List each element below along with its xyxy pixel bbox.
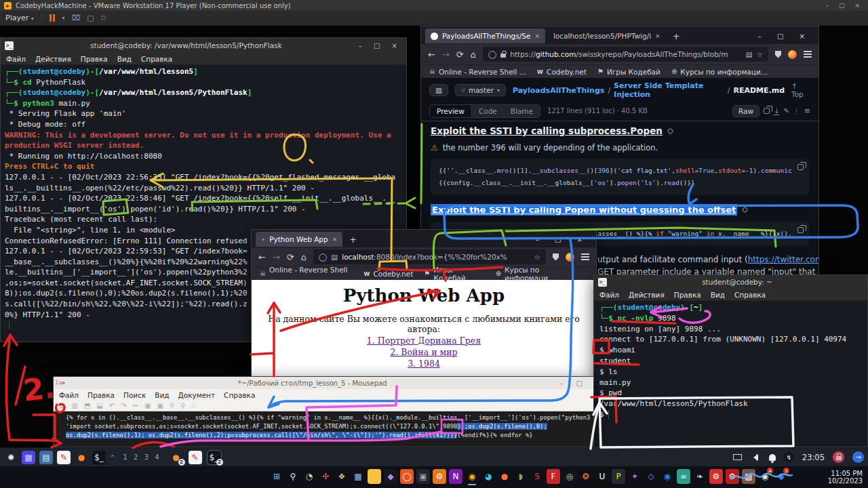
site-info-icon[interactable]: ◯: [319, 253, 327, 262]
new-tab-button[interactable]: +: [345, 235, 361, 245]
terminal-titlebar[interactable]: >_ student@codeby: /var/www/html/lesson5…: [1, 38, 406, 53]
power-manager-icon[interactable]: ↯: [784, 452, 794, 462]
suspend-button[interactable]: [50, 14, 55, 22]
top-link[interactable]: ↑ Top: [791, 82, 810, 98]
menu-icon[interactable]: [804, 54, 812, 55]
branch-select[interactable]: ⑃master▾: [455, 84, 506, 96]
toolbar-icon[interactable]: ▤: [59, 402, 65, 409]
tab-blame[interactable]: Blame: [504, 105, 540, 117]
file-explorer[interactable]: [368, 469, 381, 484]
onenote-app[interactable]: N: [449, 469, 462, 484]
menu-item[interactable]: Вид: [117, 55, 132, 63]
window-controls[interactable]: – □ ×: [536, 236, 592, 243]
menu-item[interactable]: Вид: [155, 391, 169, 399]
menu-item[interactable]: Справка: [224, 391, 255, 399]
blender-app[interactable]: ❂: [579, 469, 593, 484]
bookmark-games[interactable]: ⚑Игры Кодебай: [424, 266, 484, 282]
vmware-window-controls[interactable]: – ▢ ×: [826, 2, 864, 9]
fullscreen-icon[interactable]: ▢: [87, 14, 94, 22]
unreal-app[interactable]: U: [595, 469, 609, 484]
new-tab-button[interactable]: +: [669, 31, 684, 41]
suspend-caret[interactable]: ▾: [62, 15, 64, 21]
section-heading-popen[interactable]: Exploit the SSTI by calling Popen withou…: [431, 204, 809, 216]
chrome-profile[interactable]: ◉A: [758, 469, 772, 484]
back-icon[interactable]: ←: [258, 252, 266, 262]
copy-icon[interactable]: [764, 108, 770, 114]
mousepad-launcher[interactable]: ✎: [57, 451, 71, 464]
edit-pencil-icon[interactable]: ✎: [783, 107, 789, 115]
outline-icon[interactable]: ≡: [804, 106, 810, 115]
menu-item[interactable]: Поиск: [123, 391, 146, 399]
menu-item[interactable]: Правка: [81, 55, 108, 63]
notifications-bell-icon[interactable]: [769, 454, 776, 461]
mousepad-titlebar[interactable]: ✑ *~/Рабочий стол/tmp_lesson_5 - Mousepa…: [54, 377, 593, 389]
toolbar-icon[interactable]: ▣: [157, 402, 163, 409]
bookmark-codeby[interactable]: wCodeby.net: [363, 270, 413, 278]
windows-clock[interactable]: 11:05 PM 10/2/2023: [828, 470, 863, 485]
window-list-icon[interactable]: [733, 454, 742, 460]
logout-button[interactable]: →: [852, 451, 864, 463]
pinned-app[interactable]: ◆3: [774, 469, 788, 484]
bookmark-star-icon[interactable]: ☆: [757, 50, 763, 58]
back-icon[interactable]: ←: [428, 49, 435, 60]
tab-localhost-phptwig[interactable]: localhost/lesson5/PHPTwig/i×: [548, 28, 666, 43]
vm-box-app[interactable]: ▣: [416, 469, 430, 484]
bookmark-games[interactable]: ⚑Игры Кодебай: [597, 68, 660, 76]
gear-red-app-2[interactable]: ⚙: [726, 469, 739, 484]
chevron-up-icon[interactable]: ^: [110, 454, 115, 461]
breadcrumb-repo[interactable]: PayloadsAllTheThings: [513, 86, 604, 95]
snapseed-app[interactable]: ◗: [514, 469, 528, 484]
bookmark-reverse-shell[interactable]: ☠Online - Reverse Shell ...: [429, 68, 526, 76]
vscode-app[interactable]: ◇: [644, 469, 658, 484]
adobe-app[interactable]: F: [547, 469, 560, 484]
volume-icon[interactable]: [750, 454, 758, 461]
ctrl-alt-del-icon[interactable]: ⌧: [71, 14, 80, 22]
site-info-icon[interactable]: ◯: [488, 50, 496, 59]
home-icon[interactable]: ⌂: [471, 49, 476, 60]
vm-clock[interactable]: 23:05: [802, 453, 825, 462]
calendar-app[interactable]: ▦: [351, 469, 365, 484]
tab-code[interactable]: Code: [472, 105, 504, 117]
ubuntu-app[interactable]: ◯: [400, 469, 414, 484]
plant-app[interactable]: ❧: [693, 469, 707, 484]
menu-item[interactable]: Вид: [711, 291, 725, 299]
sidebar-toggle-button[interactable]: ▥: [429, 84, 448, 96]
menu-item[interactable]: Правка: [87, 391, 115, 399]
firefox-launcher[interactable]: ●: [75, 451, 88, 464]
media-app[interactable]: ▨: [742, 469, 755, 484]
tab-preview[interactable]: Preview: [430, 105, 472, 117]
color-wheel-app[interactable]: ✣: [319, 469, 332, 484]
close-tab-icon[interactable]: ×: [332, 236, 338, 243]
home-icon[interactable]: ⌂: [301, 252, 307, 262]
tab-python-web-app[interactable]: • Python Web App×: [256, 232, 342, 247]
toolbar-icon[interactable]: ⬒: [84, 402, 90, 409]
url-bar[interactable]: ◯ ▤ localhost:8080/index?book={%%20for%2…: [313, 249, 546, 264]
edge-browser[interactable]: ◕: [481, 469, 495, 484]
maps-app[interactable]: ◉: [660, 469, 674, 484]
bookmark-star-icon[interactable]: ☆: [534, 253, 540, 261]
download-icon[interactable]: ↓: [774, 107, 779, 115]
menu-item[interactable]: Файл: [599, 291, 619, 299]
shazam-app[interactable]: S: [530, 469, 544, 484]
task-firefox[interactable]: ●2: [170, 451, 183, 464]
firefox-account-icon[interactable]: [788, 50, 797, 59]
twitter-link[interactable]: https://twitter.com/SecGus: [748, 255, 818, 264]
close-tab-icon[interactable]: ×: [534, 33, 540, 39]
reader-view-icon[interactable]: ▤: [746, 50, 753, 58]
bookmark-courses[interactable]: ⊕Курсы по информаци...: [671, 68, 768, 76]
reload-icon[interactable]: ⟳: [287, 252, 294, 262]
terminal-launcher[interactable]: $_: [92, 451, 106, 464]
task-terminal[interactable]: $_2: [208, 451, 221, 464]
workspace-switcher[interactable]: 1 2 3 4: [123, 453, 161, 461]
file-manager-launcher[interactable]: ▤: [39, 451, 53, 464]
pycharm-app[interactable]: P: [612, 469, 625, 484]
toolbar-icon[interactable]: ⚲: [180, 402, 185, 409]
copy-icon[interactable]: [797, 164, 804, 170]
toolbar-icon[interactable]: ⚲: [170, 402, 174, 409]
start-button[interactable]: ⊞: [270, 469, 283, 484]
menu-item[interactable]: Действия: [629, 291, 665, 299]
teal-app[interactable]: ∞: [677, 469, 690, 484]
window-controls[interactable]: – □ ×: [359, 42, 402, 49]
firefox-browser[interactable]: ●: [498, 469, 511, 484]
tab-payloadsallthethings[interactable]: PayloadsAllTheThings/Se×: [425, 28, 545, 43]
